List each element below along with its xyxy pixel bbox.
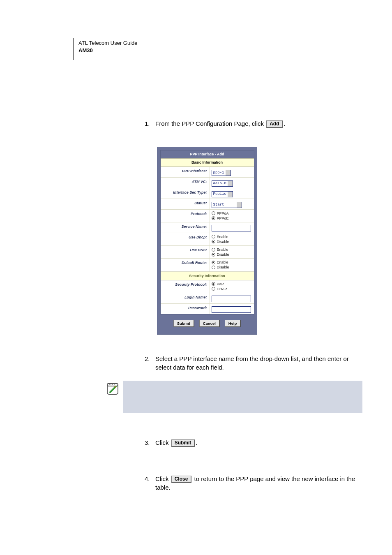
step-4-number: 4. [145,474,155,492]
label-service-name: Service Name: [161,222,210,233]
step-1-body: From the PPP Configuration Page, click A… [155,119,362,128]
label-atm-vc: ATM VC: [161,178,210,188]
step-3-text-pre: Click [155,439,171,446]
step-2: 2. Select a PPP interface name from the … [145,354,362,372]
step-4: 4. Click Close to return to the PPP page… [145,474,362,492]
label-use-dns: Use DNS: [161,246,210,258]
radio-chap[interactable]: CHAP [212,287,252,291]
doc-header: ATL Telecom User Guide AM30 [73,38,138,60]
step-1-text-pre: From the PPP Configuration Page, click [155,120,265,127]
radio-dns-enable[interactable]: Enable [212,247,252,252]
close-button-inline[interactable]: Close [171,476,192,483]
step-2-number: 2. [145,354,155,372]
radios-default-route: Enable Disable [210,259,254,271]
section-basic: Basic Information [161,158,254,167]
radio-dhcp-disable[interactable]: Disable [212,239,252,244]
label-status: Status: [161,199,210,209]
radio-pap[interactable]: PAP [212,282,252,287]
select-status[interactable]: Start [212,202,242,208]
note-row [106,381,362,413]
radios-use-dhcp: Enable Disable [210,233,254,245]
label-ppp-interface: PPP Interface: [161,167,210,177]
radio-route-enable[interactable]: Enable [212,260,252,265]
section-security: Security Information [161,272,254,280]
form-button-row: Submit Cancel Help [160,314,254,332]
label-login-name: Login Name: [161,293,210,303]
radio-dhcp-enable[interactable]: Enable [212,234,252,239]
form-title: PPP Interface - Add [161,150,254,158]
label-password: Password: [161,304,210,314]
label-sec-type: Interface Sec Type: [161,188,210,199]
label-protocol: Protocol: [161,210,210,222]
step-4-body: Click Close to return to the PPP page an… [155,474,362,492]
select-ppp-interface[interactable]: ppp-1 [212,170,231,176]
radio-pppoe[interactable]: PPPoE [212,216,252,221]
step-2-text: Select a PPP interface name from the dro… [155,354,362,372]
radio-route-disable[interactable]: Disable [212,265,252,270]
label-use-dhcp: Use Dhcp: [161,233,210,245]
step-3-text-post: . [196,439,197,446]
cancel-button[interactable]: Cancel [199,320,220,328]
label-default-route: Default Route: [161,259,210,271]
step-4-text-pre: Click [155,475,171,482]
radios-sec-protocol: PAP CHAP [210,280,254,293]
svg-point-3 [111,384,111,385]
doc-header-line2: AM30 [78,47,138,54]
radio-dns-disable[interactable]: Disable [212,252,252,257]
step-1-text-post: . [284,120,286,127]
step-3-number: 3. [145,438,155,447]
submit-button-inline[interactable]: Submit [171,439,195,447]
step-1: 1. From the PPP Configuration Page, clic… [145,119,362,128]
note-callout [123,381,362,413]
step-1-number: 1. [145,119,155,128]
ppp-add-form: PPP Interface - Add Basic Information PP… [157,147,257,335]
select-atm-vc[interactable]: aal5-0 [212,180,233,187]
step-3-body: Click Submit. [155,438,362,447]
input-password[interactable] [212,306,251,313]
radios-protocol: PPPoA PPPoE [210,210,254,222]
submit-button[interactable]: Submit [173,320,194,328]
note-icon [106,381,123,413]
select-sec-type[interactable]: Public [212,191,233,197]
add-button-inline[interactable]: Add [266,120,283,128]
radios-use-dns: Enable Disable [210,246,254,258]
label-sec-protocol: Security Protocol: [161,280,210,293]
svg-point-5 [114,384,115,385]
input-service-name[interactable] [212,225,251,231]
doc-header-line1: ATL Telecom User Guide [78,39,138,47]
radio-pppoa[interactable]: PPPoA [212,211,252,216]
svg-point-2 [109,384,110,385]
svg-point-4 [112,384,113,385]
input-login-name[interactable] [212,296,251,302]
step-3: 3. Click Submit. [145,438,362,447]
help-button[interactable]: Help [225,320,241,328]
